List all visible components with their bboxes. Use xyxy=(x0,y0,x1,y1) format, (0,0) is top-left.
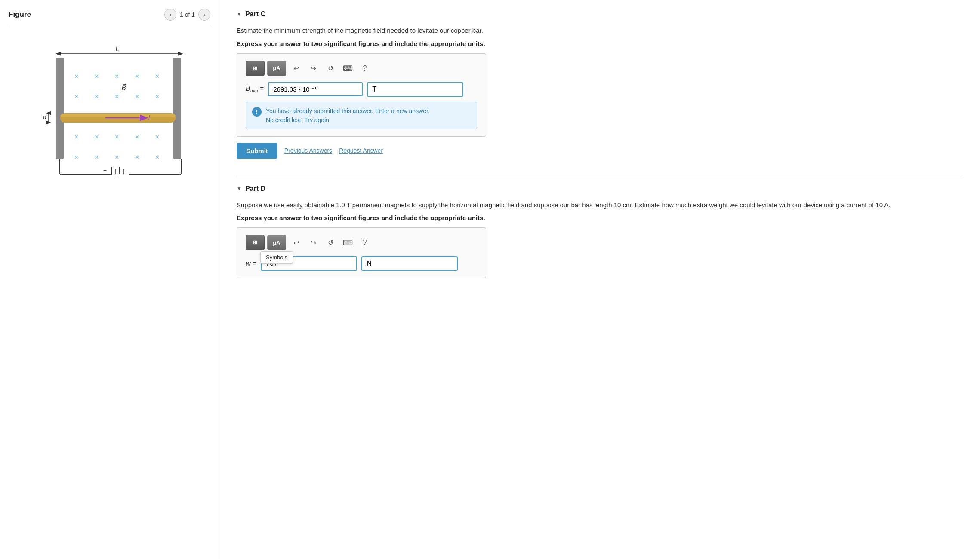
svg-text:×: × xyxy=(74,133,78,141)
svg-text:×: × xyxy=(155,133,159,141)
part-c-request-answer-button[interactable]: Request Answer xyxy=(339,147,383,154)
svg-text:×: × xyxy=(155,73,159,80)
redo-icon-d: ↪ xyxy=(311,239,316,247)
svg-text:×: × xyxy=(115,154,119,161)
part-d-help-button[interactable]: ? xyxy=(357,235,372,250)
part-c-instruction: Express your answer to two significant f… xyxy=(237,40,963,47)
matrix-icon-d: ⊞ xyxy=(253,240,257,246)
part-c-submit-button[interactable]: Submit xyxy=(237,143,277,159)
figure-count: 1 of 1 xyxy=(180,11,195,18)
part-d-instruction: Express your answer to two significant f… xyxy=(237,214,963,221)
right-panel: ▼ Part C Estimate the minimum strength o… xyxy=(219,0,980,559)
part-c-undo-button[interactable]: ↩ xyxy=(289,61,303,76)
part-c-equation-row: Bmin = xyxy=(246,82,477,97)
part-d-matrix-button[interactable]: ⊞ xyxy=(246,235,265,250)
part-c-description: Estimate the minimum strength of the mag… xyxy=(237,26,963,36)
info-icon: ! xyxy=(252,107,262,117)
part-d-description: Suppose we use easily obtainable 1.0 T p… xyxy=(237,200,963,210)
refresh-icon: ↺ xyxy=(328,64,333,72)
redo-icon: ↪ xyxy=(311,64,316,72)
part-c-previous-answers-button[interactable]: Previous Answers xyxy=(284,147,332,154)
part-c-mu-button[interactable]: μA xyxy=(267,61,286,76)
svg-text:×: × xyxy=(115,133,119,141)
part-d-mu-wrap: μA Symbols xyxy=(267,235,286,250)
part-d-header: ▼ Part D xyxy=(237,185,963,193)
part-c-toolbar: ⊞ μA ↩ ↪ ↺ ⌨ ? xyxy=(246,61,477,76)
part-d-mu-button[interactable]: μA xyxy=(267,235,286,250)
svg-text:×: × xyxy=(155,154,159,161)
part-d-refresh-button[interactable]: ↺ xyxy=(323,235,338,250)
part-c-keyboard-button[interactable]: ⌨ xyxy=(340,61,355,76)
svg-text:B⃗: B⃗ xyxy=(121,83,126,92)
part-d-redo-button[interactable]: ↪ xyxy=(306,235,321,250)
part-c-title: Part C xyxy=(245,10,265,18)
svg-text:×: × xyxy=(95,73,99,80)
undo-icon-d: ↩ xyxy=(293,239,299,247)
svg-text:×: × xyxy=(115,93,119,100)
svg-rect-3 xyxy=(173,58,181,159)
svg-text:×: × xyxy=(115,73,119,80)
part-c-action-row: Submit Previous Answers Request Answer xyxy=(237,143,963,159)
part-c-header: ▼ Part C xyxy=(237,10,963,18)
part-d-keyboard-button[interactable]: ⌨ xyxy=(340,235,355,250)
part-d-section: ▼ Part D Suppose we use easily obtainabl… xyxy=(237,185,963,279)
refresh-icon-d: ↺ xyxy=(328,239,333,247)
figure-title: Figure xyxy=(9,10,31,19)
svg-text:×: × xyxy=(95,133,99,141)
part-d-title: Part D xyxy=(245,185,265,193)
svg-text:×: × xyxy=(74,154,78,161)
left-panel: Figure ‹ 1 of 1 › xyxy=(0,0,219,559)
svg-text:×: × xyxy=(95,93,99,100)
part-d-answer-box: ⊞ μA Symbols ↩ ↪ ↺ ⌨ xyxy=(237,227,486,278)
figure-header: Figure ‹ 1 of 1 › xyxy=(9,9,210,25)
svg-text:d: d xyxy=(43,114,47,120)
svg-text:×: × xyxy=(74,73,78,80)
svg-text:ε: ε xyxy=(115,175,118,178)
svg-text:×: × xyxy=(95,154,99,161)
svg-text:×: × xyxy=(74,93,78,100)
physics-diagram: L × × × × × × × × × × × × × × × xyxy=(11,32,209,178)
part-d-toolbar: ⊞ μA Symbols ↩ ↪ ↺ ⌨ xyxy=(246,235,477,250)
part-c-help-button[interactable]: ? xyxy=(357,61,372,76)
part-c-collapse-arrow[interactable]: ▼ xyxy=(237,11,242,17)
keyboard-icon-d: ⌨ xyxy=(343,239,353,247)
part-d-undo-button[interactable]: ↩ xyxy=(289,235,303,250)
symbols-tooltip: Symbols xyxy=(260,251,293,264)
part-d-equation-label: w = xyxy=(246,260,256,267)
part-d-collapse-arrow[interactable]: ▼ xyxy=(237,186,242,192)
svg-text:×: × xyxy=(155,93,159,100)
undo-icon: ↩ xyxy=(293,64,299,72)
prev-figure-button[interactable]: ‹ xyxy=(164,9,176,21)
figure-nav: ‹ 1 of 1 › xyxy=(164,9,210,21)
part-c-info-box: ! You have already submitted this answer… xyxy=(246,102,477,129)
part-c-unit-input[interactable] xyxy=(367,82,463,97)
diagram-area: L × × × × × × × × × × × × × × × xyxy=(11,32,209,178)
part-c-info-text: You have already submitted this answer. … xyxy=(266,107,430,125)
part-c-answer-box: ⊞ μA ↩ ↪ ↺ ⌨ ? xyxy=(237,53,486,137)
part-c-matrix-button[interactable]: ⊞ xyxy=(246,61,265,76)
help-icon-d: ? xyxy=(363,239,367,246)
part-c-refresh-button[interactable]: ↺ xyxy=(323,61,338,76)
part-c-section: ▼ Part C Estimate the minimum strength o… xyxy=(237,10,963,159)
part-c-equation-label: Bmin = xyxy=(246,85,264,93)
mu-icon: μA xyxy=(273,65,280,71)
svg-text:×: × xyxy=(135,93,139,100)
part-d-unit-input[interactable] xyxy=(361,256,458,271)
keyboard-icon: ⌨ xyxy=(343,64,353,72)
section-divider xyxy=(237,176,963,176)
svg-text:L: L xyxy=(115,45,119,52)
svg-text:+: + xyxy=(103,167,107,174)
mu-icon-d: μA xyxy=(273,240,280,246)
help-icon: ? xyxy=(363,64,367,72)
next-figure-button[interactable]: › xyxy=(198,9,210,21)
svg-text:×: × xyxy=(135,133,139,141)
svg-rect-2 xyxy=(56,58,64,159)
svg-text:×: × xyxy=(135,73,139,80)
svg-text:×: × xyxy=(135,154,139,161)
part-c-value-input[interactable] xyxy=(268,82,363,96)
matrix-icon: ⊞ xyxy=(253,65,257,71)
svg-rect-30 xyxy=(60,114,176,117)
part-c-redo-button[interactable]: ↪ xyxy=(306,61,321,76)
